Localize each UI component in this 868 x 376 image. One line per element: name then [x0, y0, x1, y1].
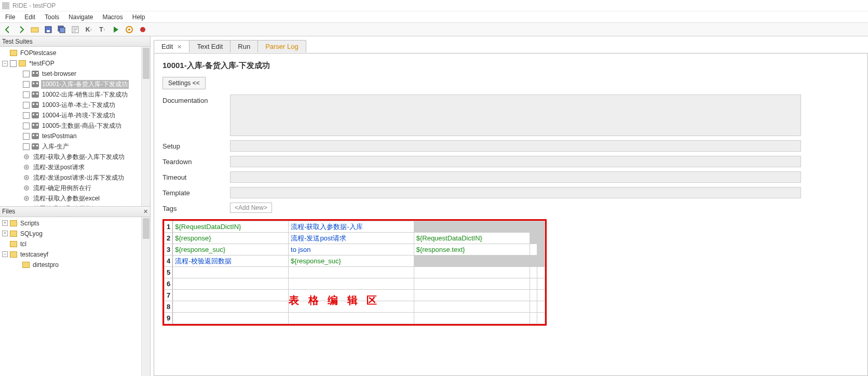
checkbox[interactable]: [23, 71, 30, 77]
tab-edit[interactable]: Edit✕: [154, 40, 189, 52]
grid-cell[interactable]: [414, 221, 530, 233]
debug-icon[interactable]: [124, 24, 135, 35]
menu-file[interactable]: File: [5, 14, 15, 21]
grid-cell[interactable]: [530, 267, 537, 278]
tree-kw[interactable]: 流程-获取入参数据excel: [0, 193, 150, 204]
grid-cell[interactable]: [530, 256, 537, 267]
grid-cell[interactable]: [173, 301, 289, 313]
grid-cell[interactable]: ${RequestDataDictIN}: [173, 221, 289, 233]
checkbox[interactable]: [23, 102, 30, 109]
tree-suite[interactable]: − *testFOP: [0, 58, 150, 69]
checkbox[interactable]: [23, 133, 30, 140]
row-header[interactable]: 9: [165, 313, 173, 324]
grid-cell[interactable]: [537, 278, 545, 290]
grid-cell[interactable]: [414, 301, 530, 313]
grid-cell[interactable]: ${response_suc}: [173, 244, 289, 256]
stop-icon[interactable]: [137, 24, 148, 35]
timeout-field[interactable]: [230, 171, 801, 183]
scrollbar-thumb[interactable]: [143, 48, 150, 79]
grid-cell[interactable]: [414, 256, 530, 267]
preview-icon[interactable]: [70, 24, 81, 35]
tree-tc[interactable]: tset-browser: [0, 69, 150, 79]
save-icon[interactable]: [43, 24, 54, 35]
row-header[interactable]: 5: [165, 267, 173, 278]
checkbox[interactable]: [23, 112, 30, 119]
grid-cell[interactable]: [289, 301, 414, 313]
files-item[interactable]: dirtestpro: [0, 260, 150, 270]
grid-cell[interactable]: [537, 290, 545, 301]
grid-cell[interactable]: [173, 267, 289, 278]
grid-cell[interactable]: to json: [289, 244, 414, 256]
grid-cell[interactable]: ${response_suc}: [289, 256, 414, 267]
open-icon[interactable]: [29, 24, 40, 35]
tree-kw[interactable]: 流程-发送post请求: [0, 162, 150, 172]
files-item[interactable]: +SQLyog: [0, 229, 150, 239]
menu-navigate[interactable]: Navigate: [69, 14, 93, 21]
grid-cell[interactable]: 流程-获取入参数据-入库: [289, 221, 414, 233]
row-header[interactable]: 8: [165, 301, 173, 313]
checkbox[interactable]: [23, 81, 30, 88]
tree-kw[interactable]: 流程-获取入参数据-入库下发成功: [0, 152, 150, 162]
grid-cell[interactable]: ${response.text}: [414, 244, 530, 256]
tree-tc-selected[interactable]: 10001-入库-备货入库-下发成功: [0, 79, 150, 89]
tree-tc[interactable]: 10003-运单-本土-下发成功: [0, 100, 150, 110]
tree-tc[interactable]: 入库-生产: [0, 141, 150, 152]
grid-cell[interactable]: [537, 267, 545, 278]
grid-cell[interactable]: [173, 278, 289, 290]
row-header[interactable]: 1: [165, 221, 173, 233]
grid-cell[interactable]: [530, 301, 537, 313]
files-item[interactable]: tcl: [0, 239, 150, 249]
grid-cell[interactable]: [414, 290, 530, 301]
tree-tc[interactable]: 10002-出库-销售出库-下发成功: [0, 89, 150, 100]
grid-cell[interactable]: [289, 313, 414, 324]
grid-cell[interactable]: [537, 301, 545, 313]
row-header[interactable]: 2: [165, 233, 173, 244]
tree-tc[interactable]: testPostman: [0, 131, 150, 141]
grid-cell[interactable]: [537, 221, 545, 233]
tree-tc[interactable]: 10004-运单-跨境-下发成功: [0, 110, 150, 120]
grid-cell[interactable]: [530, 290, 537, 301]
grid-cell[interactable]: [414, 267, 530, 278]
settings-toggle-button[interactable]: Settings <<: [162, 77, 206, 89]
grid-cell[interactable]: [537, 313, 545, 324]
grid-cell[interactable]: 流程-校验返回数据: [173, 256, 289, 267]
tree-kw[interactable]: 流程-确定用例所在行: [0, 183, 150, 193]
grid-cell[interactable]: ${RequestDataDictIN}: [414, 233, 530, 244]
save-all-icon[interactable]: [56, 24, 67, 35]
row-header[interactable]: 6: [165, 278, 173, 290]
grid-cell[interactable]: [530, 278, 537, 290]
grid-cell[interactable]: [537, 256, 545, 267]
setup-field[interactable]: [230, 140, 801, 152]
grid-cell[interactable]: 流程-发送post请求: [289, 233, 414, 244]
grid-cell[interactable]: [537, 244, 545, 256]
scrollbar[interactable]: [141, 47, 150, 206]
expand-icon[interactable]: +: [2, 220, 8, 226]
grid-cell[interactable]: [289, 290, 414, 301]
grid-cell[interactable]: [414, 313, 530, 324]
expand-icon[interactable]: +: [2, 231, 8, 236]
testcase-icon[interactable]: T↓: [97, 24, 108, 35]
grid-cell[interactable]: [537, 233, 545, 244]
close-icon[interactable]: ✕: [143, 208, 148, 215]
grid-cell[interactable]: [530, 221, 537, 233]
checkbox[interactable]: [23, 91, 30, 98]
checkbox[interactable]: [23, 143, 30, 150]
test-suites-tree[interactable]: FOPtestcase − *testFOP tset-browser 1000…: [0, 47, 150, 207]
grid-editor[interactable]: 1${RequestDataDictIN}流程-获取入参数据-入库2${resp…: [162, 219, 547, 326]
grid-cell[interactable]: [173, 313, 289, 324]
template-field[interactable]: [230, 187, 801, 198]
scrollbar[interactable]: [141, 217, 150, 377]
grid-table[interactable]: 1${RequestDataDictIN}流程-获取入参数据-入库2${resp…: [164, 221, 545, 324]
checkbox[interactable]: [10, 60, 17, 67]
row-header[interactable]: 4: [165, 256, 173, 267]
files-item[interactable]: −testcaseyf: [0, 249, 150, 260]
grid-cell[interactable]: [173, 290, 289, 301]
files-tree[interactable]: +Scripts +SQLyog tcl −testcaseyf dirtest…: [0, 217, 150, 377]
menu-tools[interactable]: Tools: [45, 14, 59, 21]
collapse-icon[interactable]: −: [2, 61, 8, 66]
menu-edit[interactable]: Edit: [24, 14, 35, 21]
keyword-icon[interactable]: K↓: [83, 24, 94, 35]
row-header[interactable]: 7: [165, 290, 173, 301]
tree-kw[interactable]: 前置处理-读取公用数据: [0, 204, 150, 207]
scrollbar-thumb[interactable]: [143, 218, 150, 239]
